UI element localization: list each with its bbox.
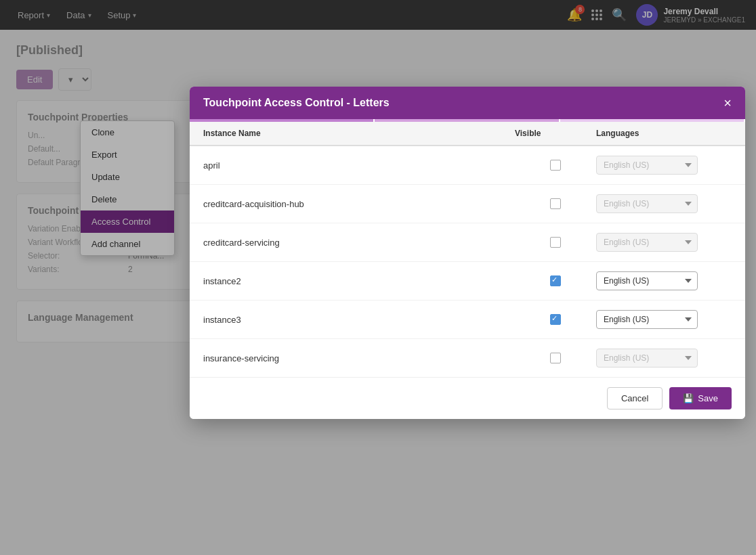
table-row: instance3English (US)Spanish (ES)French … (190, 301, 745, 339)
visible-cell-3 (515, 275, 596, 286)
modal-footer: Cancel 💾 Save (190, 377, 745, 419)
progress-bar (190, 119, 745, 122)
instance-name-2: creditcard-servicing (203, 238, 515, 248)
lang-select-3[interactable]: English (US)Spanish (ES)French (FR) (596, 271, 698, 290)
visible-cell-2 (515, 237, 596, 248)
instance-name-1: creditcard-acquisition-hub (203, 199, 515, 209)
table-row: insurance-servicingEnglish (US)Spanish (… (190, 339, 745, 377)
table-header: Instance Name Visible Languages (190, 122, 745, 146)
instance-name-3: instance2 (203, 276, 515, 286)
lang-cell-1: English (US)Spanish (ES)French (FR) (596, 194, 732, 213)
visible-cell-4 (515, 314, 596, 325)
save-button[interactable]: 💾 Save (669, 387, 732, 409)
lang-select-4[interactable]: English (US)Spanish (ES)French (FR) (596, 310, 698, 329)
col-visible: Visible (515, 129, 596, 138)
lang-cell-2: English (US)Spanish (ES)French (FR) (596, 233, 732, 252)
col-instance-name: Instance Name (203, 129, 515, 138)
visible-cell-1 (515, 198, 596, 209)
visible-checkbox-3[interactable] (550, 275, 561, 286)
lang-select-1[interactable]: English (US)Spanish (ES)French (FR) (596, 194, 698, 213)
lang-select-2[interactable]: English (US)Spanish (ES)French (FR) (596, 233, 698, 252)
access-control-modal: Touchpoint Access Control - Letters × In… (190, 87, 745, 419)
progress-segment-2 (375, 119, 560, 122)
visible-checkbox-5[interactable] (550, 353, 561, 363)
table-row: creditcard-servicingEnglish (US)Spanish … (190, 223, 745, 262)
lang-cell-4: English (US)Spanish (ES)French (FR) (596, 310, 732, 329)
visible-checkbox-1[interactable] (550, 198, 561, 209)
lang-select-5[interactable]: English (US)Spanish (ES)French (FR) (596, 349, 698, 368)
instance-name-5: insurance-servicing (203, 353, 515, 363)
lang-cell-5: English (US)Spanish (ES)French (FR) (596, 349, 732, 368)
progress-segment-1 (190, 119, 375, 122)
visible-checkbox-2[interactable] (550, 237, 561, 248)
save-icon: 💾 (683, 393, 694, 403)
instance-name-4: instance3 (203, 315, 515, 325)
modal-title: Touchpoint Access Control - Letters (203, 97, 390, 109)
progress-segment-3 (560, 119, 745, 122)
table-row: creditcard-acquisition-hubEnglish (US)Sp… (190, 185, 745, 223)
modal-header: Touchpoint Access Control - Letters × (190, 87, 745, 119)
lang-cell-3: English (US)Spanish (ES)French (FR) (596, 271, 732, 290)
visible-checkbox-0[interactable] (550, 160, 561, 171)
modal-table-body: aprilEnglish (US)Spanish (ES)French (FR)… (190, 146, 745, 377)
modal-close-button[interactable]: × (723, 96, 732, 110)
cancel-button[interactable]: Cancel (607, 387, 663, 409)
lang-cell-0: English (US)Spanish (ES)French (FR) (596, 156, 732, 175)
table-row: instance2English (US)Spanish (ES)French … (190, 262, 745, 301)
visible-cell-0 (515, 160, 596, 171)
lang-select-0[interactable]: English (US)Spanish (ES)French (FR) (596, 156, 698, 175)
col-languages: Languages (596, 129, 732, 138)
table-row: aprilEnglish (US)Spanish (ES)French (FR) (190, 146, 745, 185)
visible-checkbox-4[interactable] (550, 314, 561, 325)
visible-cell-5 (515, 353, 596, 363)
instance-name-0: april (203, 160, 515, 171)
